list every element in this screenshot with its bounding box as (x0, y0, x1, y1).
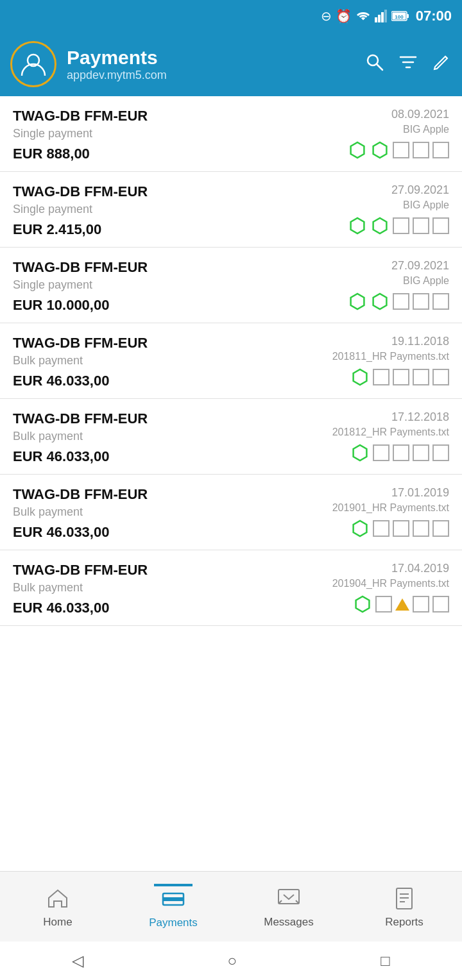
filter-icon[interactable] (398, 52, 418, 77)
payment-name: TWAG-DB FFM-EUR (13, 108, 148, 124)
payment-left: TWAG-DB FFM-EURSingle paymentEUR 10.000,… (13, 259, 148, 314)
status-square-icon (393, 520, 409, 537)
payment-ref: BIG Apple (403, 275, 449, 287)
svg-rect-6 (407, 14, 409, 18)
payment-amount: EUR 888,00 (13, 146, 148, 162)
payment-left: TWAG-DB FFM-EURSingle paymentEUR 2.415,0… (13, 183, 148, 238)
payment-item[interactable]: TWAG-DB FFM-EURBulk paymentEUR 46.033,00… (0, 475, 462, 550)
svg-marker-23 (356, 596, 370, 612)
hex-green-icon (370, 140, 389, 160)
svg-marker-19 (373, 294, 387, 309)
status-square-icon (413, 369, 429, 385)
nav-payments[interactable]: Payments (116, 884, 231, 929)
search-icon[interactable] (364, 52, 385, 77)
payment-amount: EUR 46.033,00 (13, 448, 148, 465)
status-square-icon (413, 142, 429, 158)
status-square-icon (413, 293, 429, 310)
svg-rect-26 (278, 890, 299, 904)
svg-marker-22 (354, 521, 367, 536)
payment-status-icons (350, 368, 449, 387)
wifi-icon (355, 10, 371, 22)
battery-icon: 100 (391, 10, 409, 22)
hex-green-icon (348, 292, 367, 311)
status-square-icon (393, 444, 409, 461)
status-square-icon (393, 293, 409, 310)
payment-amount: EUR 46.033,00 (13, 524, 148, 541)
payment-right: 08.09.2021BIG Apple (348, 108, 449, 160)
alarm-icon: ⏰ (336, 8, 352, 24)
hex-green-icon (348, 216, 367, 235)
payment-item[interactable]: TWAG-DB FFM-EURBulk paymentEUR 46.033,00… (0, 550, 462, 626)
system-navigation: ◁ ○ □ (0, 942, 462, 980)
payment-type: Bulk payment (13, 505, 148, 519)
payments-list: TWAG-DB FFM-EURSingle paymentEUR 888,000… (0, 96, 462, 626)
payment-item[interactable]: TWAG-DB FFM-EURBulk paymentEUR 46.033,00… (0, 323, 462, 399)
payment-item[interactable]: TWAG-DB FFM-EURBulk paymentEUR 46.033,00… (0, 399, 462, 475)
payment-date: 17.01.2019 (391, 486, 449, 500)
svg-marker-18 (351, 294, 364, 309)
payment-status-icons (353, 595, 449, 614)
payment-amount: EUR 46.033,00 (13, 600, 148, 616)
payment-right: 19.11.2018201811_HR Payments.txt (332, 335, 449, 387)
payment-right: 17.04.2019201904_HR Payments.txt (332, 562, 449, 614)
reports-icon (390, 884, 418, 913)
svg-marker-16 (351, 218, 364, 233)
app-url: appdev.mytm5.com (67, 69, 354, 82)
hex-green-icon (348, 140, 367, 160)
payment-status-icons (350, 443, 449, 462)
nav-home-label: Home (43, 916, 72, 929)
status-square-icon (393, 142, 409, 158)
payment-type: Single payment (13, 278, 148, 292)
svg-marker-20 (354, 369, 367, 385)
app-header: Payments appdev.mytm5.com (0, 32, 462, 96)
payment-amount: EUR 2.415,00 (13, 221, 148, 238)
payment-right: 17.01.2019201901_HR Payments.txt (332, 486, 449, 538)
svg-marker-21 (354, 445, 367, 460)
payment-name: TWAG-DB FFM-EUR (13, 335, 148, 351)
status-square-icon (413, 596, 429, 612)
home-button[interactable]: ○ (227, 952, 237, 970)
edit-icon[interactable] (431, 52, 452, 77)
payment-left: TWAG-DB FFM-EURBulk paymentEUR 46.033,00 (13, 562, 148, 616)
nav-messages[interactable]: Messages (231, 884, 346, 929)
status-square-icon (432, 293, 449, 310)
payment-name: TWAG-DB FFM-EUR (13, 562, 148, 579)
bottom-navigation: Home Payments Messages (0, 871, 462, 942)
hex-green-icon (370, 292, 389, 311)
payment-date: 27.09.2021 (391, 183, 449, 197)
back-button[interactable]: ◁ (72, 952, 83, 970)
hex-green-icon (370, 216, 389, 235)
status-square-icon (432, 369, 449, 385)
status-square-icon (413, 520, 429, 537)
status-square-icon (393, 369, 409, 385)
payment-status-icons (348, 292, 449, 311)
nav-reports[interactable]: Reports (346, 884, 462, 929)
status-square-icon (432, 142, 449, 158)
recent-button[interactable]: □ (381, 952, 390, 970)
payment-name: TWAG-DB FFM-EUR (13, 410, 148, 427)
payment-date: 27.09.2021 (391, 259, 449, 273)
payment-item[interactable]: TWAG-DB FFM-EURSingle paymentEUR 10.000,… (0, 248, 462, 323)
payment-date: 17.12.2018 (391, 410, 449, 424)
payment-status-icons (348, 216, 449, 235)
svg-rect-1 (378, 15, 381, 22)
payment-type: Bulk payment (13, 581, 148, 595)
payment-type: Bulk payment (13, 430, 148, 443)
status-square-icon (432, 520, 449, 537)
status-square-icon (375, 596, 392, 612)
status-square-icon (373, 369, 389, 385)
svg-rect-2 (381, 12, 384, 22)
header-title-block: Payments appdev.mytm5.com (67, 47, 354, 82)
status-square-icon (373, 444, 389, 461)
nav-home[interactable]: Home (0, 884, 116, 929)
avatar (10, 41, 56, 87)
nav-reports-label: Reports (385, 916, 424, 929)
payment-item[interactable]: TWAG-DB FFM-EURSingle paymentEUR 2.415,0… (0, 172, 462, 248)
status-triangle-icon (395, 598, 409, 611)
payment-ref: BIG Apple (403, 199, 449, 211)
payment-type: Single payment (13, 203, 148, 216)
messages-icon (275, 884, 303, 913)
payment-type: Single payment (13, 127, 148, 140)
payment-status-icons (350, 519, 449, 538)
payment-item[interactable]: TWAG-DB FFM-EURSingle paymentEUR 888,000… (0, 96, 462, 172)
